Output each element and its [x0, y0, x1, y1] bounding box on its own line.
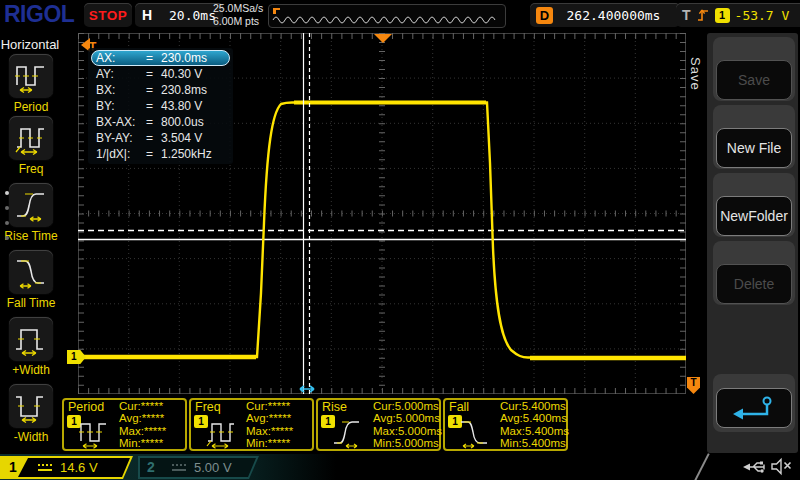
sample-rate: 25.0MSa/s	[213, 2, 263, 15]
trigger-level-marker: T	[687, 377, 700, 394]
waveform-preview-bar[interactable]	[268, 4, 506, 28]
delay-value: 262.400000ms	[553, 8, 674, 23]
rigol-logo: RIGOL	[4, 0, 74, 28]
softkey-neg-width[interactable]	[9, 384, 53, 428]
softkey-rise-time-label[interactable]: Rise Time	[0, 229, 62, 243]
softkey-fall-time-label[interactable]: Fall Time	[0, 296, 62, 310]
channel1-tab[interactable]: 1 14.6 V	[0, 456, 133, 479]
fall-waveform-icon	[458, 417, 498, 449]
cursor-row-ay: AY: = 40.30 V	[91, 66, 230, 82]
trigger-position-icon	[374, 34, 392, 43]
menu-page-dot	[5, 236, 9, 240]
horizontal-timebase-box: H 20.0ms	[135, 3, 223, 27]
cursor-row-ax: AX: = 230.0ms	[91, 50, 230, 66]
measurement-panel-rise: Rise 1 Cur:5.000ms Avg:5.000ms Max:5.000…	[316, 398, 441, 451]
memory-depth: 6.00M pts	[213, 15, 263, 28]
trigger-level-value: -53.7 V	[735, 8, 790, 23]
cursor-row-bx: BX: = 230.8ms	[91, 82, 230, 98]
preview-waveform-icon	[269, 5, 503, 25]
new-folder-button[interactable]: NewFolder	[716, 196, 792, 236]
run-state-indicator: STOP	[84, 3, 132, 27]
menu-page-dot	[5, 191, 9, 195]
trigger-slope-icon	[696, 7, 710, 23]
delete-button[interactable]: Delete	[716, 264, 792, 304]
fall-time-icon	[13, 255, 49, 289]
menu-page-dot	[5, 221, 9, 225]
oscilloscope-screen: RIGOL STOP H 20.0ms 25.0MSa/s 6.00M pts …	[0, 0, 800, 480]
cursor-row-dx: BX-AX: = 800.0us	[91, 114, 230, 130]
acquisition-info: 25.0MSa/s 6.00M pts	[213, 2, 263, 28]
trigger-source-badge: 1	[715, 8, 730, 23]
dc-coupling-icon	[38, 464, 52, 471]
left-menu-title: Horizontal	[0, 37, 60, 52]
softkey-period-label[interactable]: Period	[0, 100, 62, 114]
save-button[interactable]: Save	[716, 60, 792, 100]
freq-waveform-icon	[204, 417, 244, 449]
channel2-scale: 5.00 V	[194, 460, 232, 475]
channel1-scale: 14.6 V	[60, 460, 98, 475]
softkey-pos-width[interactable]	[9, 317, 53, 361]
speaker-muted-icon	[770, 457, 794, 476]
pos-width-icon	[13, 322, 49, 356]
softkey-freq-label[interactable]: Freq	[0, 162, 62, 176]
measurement-panel-fall: Fall 1 Cur:5.400ms Avg:5.400ms Max:5.400…	[443, 398, 568, 451]
cursor-pair-icon	[300, 386, 314, 392]
softkey-rise-time[interactable]	[9, 183, 53, 227]
return-arrow-icon	[731, 394, 777, 422]
channel2-tab[interactable]: 2 5.00 V	[138, 456, 259, 479]
period-waveform-icon	[77, 417, 117, 449]
softkey-neg-width-label[interactable]: -Width	[0, 430, 62, 444]
rise-time-icon	[13, 188, 49, 222]
menu-page-dot	[5, 206, 9, 210]
delay-offset-box: D 262.400000ms	[530, 3, 680, 27]
softkey-freq[interactable]	[9, 116, 53, 160]
trigger-label: T	[682, 7, 691, 23]
cursor-row-by: BY: = 43.80 V	[91, 98, 230, 114]
cursor-row-inv-dx: 1/|dX|: = 1.250kHz	[91, 146, 230, 162]
neg-width-icon	[13, 389, 49, 423]
cursor-readout-panel: AX: = 230.0ms AY: = 40.30 V BX: = 230.8m…	[88, 48, 233, 164]
trigger-status-box: T 1 -53.7 V	[676, 3, 800, 27]
cursor-row-dy: BY-AY: = 3.504 V	[91, 130, 230, 146]
timebase-value: 20.0ms	[169, 8, 216, 23]
channel2-number: 2	[147, 458, 155, 477]
softkey-fall-time[interactable]	[9, 250, 53, 294]
measurement-panel-period: Period 1 Cur:***** Avg:***** Max:***** M…	[62, 398, 187, 451]
period-icon	[13, 59, 49, 93]
measurement-panel-freq: Freq 1 Cur:***** Avg:***** Max:***** Min…	[189, 398, 314, 451]
rise-waveform-icon	[331, 417, 371, 449]
usb-icon	[742, 459, 768, 475]
softkey-period[interactable]	[9, 54, 53, 98]
softkey-pos-width-label[interactable]: +Width	[0, 363, 62, 377]
right-menu-tab: Save	[688, 57, 703, 91]
run-state-label: STOP	[89, 8, 128, 23]
dc-coupling-icon	[172, 464, 186, 471]
new-file-button[interactable]: New File	[716, 128, 792, 168]
h-label: H	[142, 7, 152, 23]
freq-icon	[13, 121, 49, 155]
channel1-number: 1	[2, 458, 28, 477]
back-button[interactable]	[716, 388, 792, 428]
delay-badge: D	[536, 7, 553, 24]
